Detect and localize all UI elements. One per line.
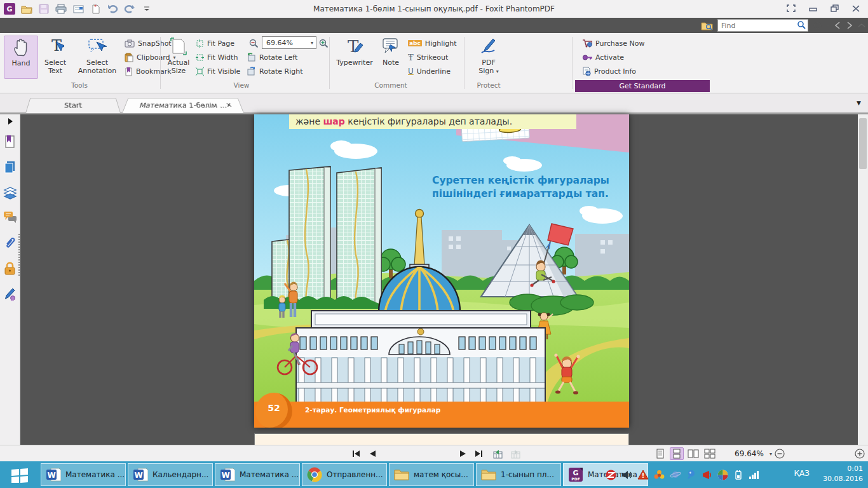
last-page-button[interactable] (473, 447, 485, 460)
word-icon: W (133, 467, 148, 482)
layers-panel-icon[interactable] (3, 186, 17, 200)
zoom-in-icon[interactable] (319, 37, 329, 50)
strikeout-button[interactable]: Ŧ Strikeout (408, 51, 448, 64)
cart-icon (582, 39, 592, 48)
product-info-button[interactable]: Product Info (582, 65, 636, 78)
pages-panel-icon[interactable] (3, 160, 17, 174)
start-button[interactable] (0, 461, 39, 488)
activate-button[interactable]: Activate (582, 51, 624, 64)
previous-view-button[interactable] (491, 447, 505, 460)
desktop: { "titlebar": { "title": "Математика 1-б… (0, 0, 868, 488)
bookmark-icon (125, 67, 133, 76)
select-text-button[interactable]: T Select Text (39, 36, 71, 78)
tray-horn-icon[interactable] (702, 470, 712, 480)
group-label-view: View (197, 81, 286, 89)
rotate-right-icon (247, 67, 256, 76)
purchase-now-button[interactable]: Purchase Now (582, 37, 644, 50)
fullscreen-button[interactable] (782, 0, 801, 17)
tray-network-signal-icon[interactable] (749, 470, 760, 479)
comments-panel-icon[interactable] (3, 211, 17, 225)
taskbar-item-folder-1[interactable]: матем қосы... (389, 463, 474, 486)
expand-panel-icon[interactable] (8, 118, 13, 125)
highlight-button[interactable]: abc Highlight (408, 37, 457, 50)
tray-flower-icon[interactable] (654, 470, 665, 480)
scrollbar-thumb[interactable] (859, 118, 867, 169)
single-page-view-button[interactable] (653, 447, 667, 460)
panel-resize-handle[interactable] (18, 234, 20, 276)
facing-view-button[interactable] (686, 447, 700, 460)
zoom-out-icon[interactable] (249, 37, 259, 50)
search-folder-icon[interactable] (701, 21, 713, 30)
zoom-out-button[interactable] (774, 447, 785, 460)
clock[interactable]: 0:01 30.08.2016 (813, 464, 863, 484)
taskbar-item-chrome[interactable]: Отправленн... (302, 463, 387, 486)
security-panel-icon[interactable] (3, 262, 17, 276)
find-next-button[interactable] (846, 22, 853, 29)
tray-antivirus-icon[interactable] (606, 470, 616, 480)
taskbar-item-word-1[interactable]: W Математика ... (41, 463, 126, 486)
next-page-button[interactable] (458, 447, 469, 460)
taskbar-item-word-3[interactable]: W Математика ... (215, 463, 300, 486)
actual-size-button[interactable]: Actual Size (164, 36, 193, 78)
typewriter-button[interactable]: T Typewriter (334, 36, 375, 78)
continuous-view-button[interactable] (670, 447, 684, 460)
navigation-panel-strip (0, 114, 20, 445)
find-input[interactable] (717, 19, 808, 32)
minimize-button[interactable] (803, 0, 822, 17)
close-button[interactable] (846, 0, 865, 17)
pdf-page[interactable]: және шар кеңістік фигуралары деп аталады… (254, 114, 629, 428)
tab-start[interactable]: Start (25, 98, 121, 113)
first-page-button[interactable] (349, 447, 362, 460)
fit-width-button[interactable]: Fit Width (196, 51, 238, 64)
find-bar: ▾ (701, 18, 865, 33)
svg-text:!: ! (642, 472, 645, 479)
fit-visible-button[interactable]: Fit Visible (196, 65, 240, 78)
windows-logo-icon (11, 466, 29, 483)
bookmarks-panel-icon[interactable] (3, 135, 17, 149)
taskbar-item-word-2[interactable]: W Кальендарн... (128, 463, 213, 486)
tab-current-document[interactable]: Математика 1-бөлім ... ✕ (122, 98, 244, 113)
find-options-gear-icon[interactable] (813, 21, 822, 30)
language-indicator[interactable]: ҚАЗ (794, 469, 810, 478)
tray-volume-icon[interactable] (621, 470, 632, 480)
search-icon[interactable] (797, 21, 806, 29)
restore-button[interactable] (825, 0, 844, 17)
system-tray: ! (606, 461, 760, 488)
typewriter-icon: T (345, 36, 364, 57)
rotate-left-button[interactable]: Rotate Left (247, 51, 297, 64)
tray-planet-icon[interactable] (670, 470, 681, 479)
zoom-percent-label: 69.64% (731, 447, 768, 460)
tray-sphere-icon[interactable] (717, 470, 728, 480)
zoom-percent-caret[interactable]: ▾ (768, 447, 774, 460)
tray-battery-icon[interactable] (733, 470, 743, 480)
tray-warning-icon[interactable]: ! (637, 470, 649, 480)
hand-tool-button[interactable]: Hand (4, 36, 38, 79)
collapse-ribbon-chevron-icon[interactable] (858, 23, 865, 28)
fit-page-button[interactable]: Fit Page (196, 37, 234, 50)
next-view-button[interactable] (508, 447, 522, 460)
signature-panel-icon[interactable] (3, 287, 17, 301)
strikeout-icon: Ŧ (408, 53, 414, 62)
tab-list-dropdown[interactable]: ▼ (857, 100, 861, 106)
find-previous-button[interactable] (834, 22, 841, 29)
highlight-icon: abc (408, 40, 422, 46)
note-button[interactable]: Note (377, 36, 404, 78)
select-annotation-button[interactable]: Select Annotation (74, 36, 121, 78)
tray-messenger-icon[interactable] (686, 470, 696, 480)
find-options-caret[interactable]: ▾ (827, 23, 829, 29)
previous-page-button[interactable] (366, 447, 377, 460)
pdf-sign-button[interactable]: PDF Sign ▾ (473, 36, 505, 78)
key-icon (582, 53, 592, 62)
underline-button[interactable]: U Underline (408, 65, 451, 78)
taskbar-item-folder-2[interactable]: 1-сынып пл... (476, 463, 561, 486)
rotate-right-button[interactable]: Rotate Right (247, 65, 302, 78)
title-bar: G * Математика 1-бөлім 1-сынып оқулық.pd… (0, 0, 868, 18)
status-bar: 52 / 140 ▾ 69.64% ▾ (0, 445, 868, 461)
actual-size-icon (170, 36, 187, 57)
zoom-level-combobox[interactable]: 69.64% ▾ (262, 36, 316, 49)
attachments-panel-icon[interactable] (3, 236, 17, 250)
continuous-facing-view-button[interactable] (703, 447, 717, 460)
zoom-in-button[interactable] (854, 447, 865, 460)
clock-date: 30.08.2016 (813, 474, 863, 484)
word-icon: W (46, 467, 61, 482)
